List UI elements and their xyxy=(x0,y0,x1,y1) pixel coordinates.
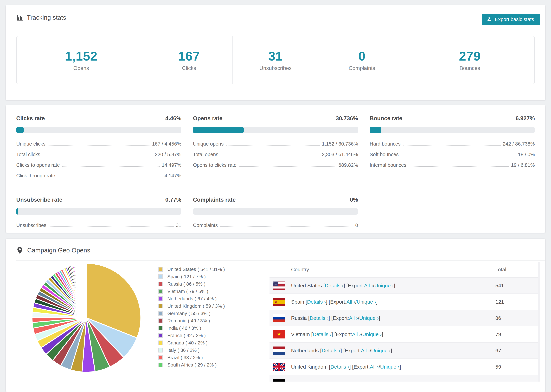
total-value: 59 xyxy=(495,364,538,370)
details-link[interactable]: Details › xyxy=(330,364,349,370)
rate-detail-label: Total opens xyxy=(193,152,218,157)
table-row-united-states: United States [Details ›] [Export: All ›… xyxy=(269,277,538,294)
slash: / xyxy=(361,331,362,337)
rate-detail-value: 4.147% xyxy=(164,173,181,179)
stat-label: Opens xyxy=(73,65,89,71)
dotted-leader xyxy=(42,156,153,156)
rate-detail-value: 19 / 6.81% xyxy=(511,162,535,168)
rate-panel-header: Complaints rate0% xyxy=(193,196,358,203)
rate-progress-fill xyxy=(16,127,24,133)
export-all-link[interactable]: All › xyxy=(361,348,370,354)
stat-label: Complaints xyxy=(349,65,375,71)
rate-detail-value: 242 / 86.738% xyxy=(503,141,535,147)
legend-color-swatch xyxy=(158,289,163,294)
rates-grid: Clicks rate4.46%Unique clicks167 / 4.456… xyxy=(16,115,535,233)
legend-color-swatch xyxy=(158,282,163,286)
legend-color-swatch xyxy=(158,363,163,367)
rate-progress-fill xyxy=(193,127,244,133)
country-cell: Vietnam [Details ›] [Export: All › / Uni… xyxy=(273,330,495,338)
country-name: United States xyxy=(291,283,322,288)
rate-progress-track xyxy=(370,127,535,133)
flag-icon-vn xyxy=(273,330,285,338)
dotted-leader xyxy=(401,156,516,156)
stat-box-opens: 1,152Opens xyxy=(17,36,146,84)
stats-row: 1,152Opens167Clicks31Unsubscribes0Compla… xyxy=(16,36,535,84)
rate-detail-value: 167 / 4.456% xyxy=(152,141,181,147)
country-cell: Spain [Details ›] [Export: All › / Uniqu… xyxy=(273,298,495,306)
rate-detail-row: Total opens2,303 / 61.446% xyxy=(193,152,358,157)
bracket: [ xyxy=(327,364,330,370)
geo-body: United States ( 541 / 31% )Spain ( 121 /… xyxy=(6,261,545,382)
rate-progress-fill xyxy=(16,208,18,215)
rate-detail-value: 220 / 5.87% xyxy=(155,152,181,157)
country-name: Vietnam xyxy=(291,331,310,337)
rate-detail-row: Hard bounces242 / 86.738% xyxy=(370,141,535,147)
export-all-link[interactable]: All › xyxy=(346,299,355,305)
details-link[interactable]: Details › xyxy=(325,283,344,288)
export-all-link[interactable]: All › xyxy=(352,331,361,337)
rate-detail-label: Soft bounces xyxy=(370,152,399,157)
rate-detail-row: Unsubscribes31 xyxy=(16,223,181,228)
bracket: ] [Export: xyxy=(344,283,364,288)
country-column-header: Country xyxy=(273,267,495,273)
export-all-link[interactable]: All › xyxy=(370,364,379,370)
dotted-leader xyxy=(220,226,353,227)
export-unique-link[interactable]: Unique › xyxy=(357,299,376,305)
table-row-spain: Spain [Details ›] [Export: All › / Uniqu… xyxy=(269,294,538,310)
details-link[interactable]: Details › xyxy=(307,299,326,305)
export-unique-link[interactable]: Unique › xyxy=(362,331,381,337)
details-link[interactable]: Details › xyxy=(322,348,340,354)
details-link[interactable]: Details › xyxy=(313,331,332,337)
bracket: ] xyxy=(400,364,401,370)
legend-label: United Kingdom ( 59 / 3% ) xyxy=(167,303,225,309)
legend-color-swatch xyxy=(158,318,163,323)
rate-detail-label: Clicks to opens rate xyxy=(16,162,60,168)
legend-item-united-kingdom: United Kingdom ( 59 / 3% ) xyxy=(158,302,269,310)
total-value: 79 xyxy=(495,331,538,337)
rate-detail-value: 18 / 0% xyxy=(518,152,535,157)
legend-color-swatch xyxy=(158,355,163,360)
export-all-link[interactable]: All › xyxy=(364,283,373,288)
dotted-leader xyxy=(226,145,320,146)
export-basic-stats-button[interactable]: Export basic stats xyxy=(482,14,540,25)
table-row-vietnam: Vietnam [Details ›] [Export: All › / Uni… xyxy=(269,326,538,342)
geo-pie-column xyxy=(16,262,158,382)
rate-progress-fill xyxy=(370,127,381,133)
stat-box-unsubscribes: 31Unsubscribes xyxy=(232,36,319,84)
stat-box-complaints: 0Complaints xyxy=(319,36,405,84)
dotted-leader xyxy=(57,177,162,177)
legend-item-spain: Spain ( 121 / 7% ) xyxy=(158,273,269,280)
export-unique-link[interactable]: Unique › xyxy=(380,364,399,370)
export-unique-link[interactable]: Unique › xyxy=(374,283,394,288)
rate-detail-row: Unique clicks167 / 4.456% xyxy=(16,141,181,147)
flag-icon-us xyxy=(273,281,285,290)
rate-panel-header: Unsubscribe rate0.77% xyxy=(16,196,181,203)
flag-icon-de xyxy=(273,379,285,382)
country-cell: Netherlands [Details ›] [Export: All › /… xyxy=(273,347,495,355)
rate-detail-value: 0 xyxy=(355,223,358,228)
total-value: 121 xyxy=(495,299,538,305)
export-unique-link[interactable]: Unique › xyxy=(359,315,379,321)
rate-detail-value: 14.497% xyxy=(162,162,181,168)
flag-icon-ru xyxy=(273,314,285,322)
details-link[interactable]: Details › xyxy=(310,315,328,321)
pie-slice-other[interactable] xyxy=(86,263,86,318)
legend-label: Romania ( 49 / 3% ) xyxy=(167,318,210,324)
legend-color-swatch xyxy=(158,311,163,316)
rate-detail-label: Unique clicks xyxy=(16,141,46,147)
export-unique-link[interactable]: Unique › xyxy=(371,348,391,354)
stat-box-clicks: 167Clicks xyxy=(146,36,232,84)
geo-table-scroll-area[interactable]: Country Total United States [Details ›] … xyxy=(269,262,540,382)
rate-value: 6.927% xyxy=(516,115,535,122)
export-icon xyxy=(487,17,492,22)
dotted-leader xyxy=(62,166,160,167)
legend-color-swatch xyxy=(158,341,163,345)
rate-detail-row: Soft bounces18 / 0% xyxy=(370,152,535,157)
legend-item-india: India ( 46 / 3% ) xyxy=(158,324,269,332)
export-all-link[interactable]: All › xyxy=(349,315,358,321)
rate-detail-value: 1,152 / 30.736% xyxy=(322,141,358,147)
country-name: Netherlands xyxy=(291,348,319,354)
total-value: 541 xyxy=(495,283,538,288)
tracking-stats-title: Tracking stats xyxy=(27,14,66,21)
bracket: ] [Export: xyxy=(328,315,349,321)
